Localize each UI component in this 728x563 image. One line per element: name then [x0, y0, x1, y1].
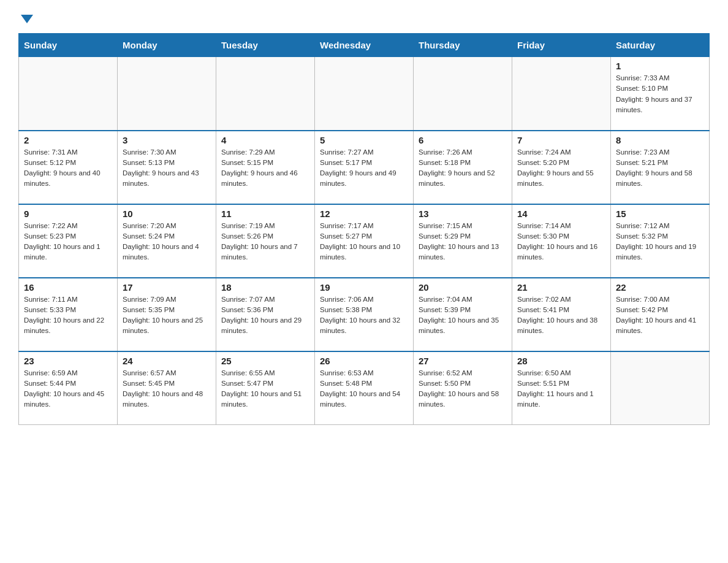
day-of-week-header: Sunday: [19, 34, 118, 57]
day-number: 18: [221, 282, 309, 293]
day-number: 9: [24, 209, 112, 219]
calendar-cell: 13Sunrise: 7:15 AM Sunset: 5:29 PM Dayli…: [414, 204, 512, 278]
day-number: 3: [123, 135, 211, 145]
calendar-table: SundayMondayTuesdayWednesdayThursdayFrid…: [18, 33, 710, 425]
day-of-week-header: Tuesday: [216, 34, 315, 57]
day-info: Sunrise: 6:50 AM Sunset: 5:51 PM Dayligh…: [517, 368, 605, 410]
day-number: 23: [24, 356, 112, 366]
calendar-week-row: 2Sunrise: 7:31 AM Sunset: 5:12 PM Daylig…: [19, 131, 710, 204]
day-info: Sunrise: 7:04 AM Sunset: 5:39 PM Dayligh…: [419, 294, 507, 337]
day-number: 28: [517, 356, 605, 366]
calendar-cell: 22Sunrise: 7:00 AM Sunset: 5:42 PM Dayli…: [611, 278, 710, 351]
day-info: Sunrise: 7:22 AM Sunset: 5:23 PM Dayligh…: [24, 221, 112, 263]
day-number: 4: [221, 135, 309, 145]
day-info: Sunrise: 7:19 AM Sunset: 5:26 PM Dayligh…: [221, 221, 309, 263]
day-number: 5: [320, 135, 408, 145]
day-info: Sunrise: 7:12 AM Sunset: 5:32 PM Dayligh…: [616, 221, 704, 263]
day-number: 19: [320, 282, 408, 293]
day-number: 8: [616, 135, 704, 145]
day-number: 12: [320, 209, 408, 219]
calendar-cell: [19, 57, 118, 131]
day-number: 17: [123, 282, 211, 293]
day-of-week-header: Monday: [118, 34, 216, 57]
calendar-week-row: 9Sunrise: 7:22 AM Sunset: 5:23 PM Daylig…: [19, 204, 710, 278]
calendar-cell: 21Sunrise: 7:02 AM Sunset: 5:41 PM Dayli…: [512, 278, 611, 351]
page-header: [18, 12, 710, 23]
calendar-cell: 9Sunrise: 7:22 AM Sunset: 5:23 PM Daylig…: [19, 204, 118, 278]
day-of-week-header: Friday: [512, 34, 611, 57]
day-of-week-header: Wednesday: [315, 34, 414, 57]
calendar-cell: 28Sunrise: 6:50 AM Sunset: 5:51 PM Dayli…: [512, 351, 611, 425]
day-info: Sunrise: 7:24 AM Sunset: 5:20 PM Dayligh…: [517, 147, 605, 190]
day-number: 26: [320, 356, 408, 366]
calendar-cell: [414, 57, 512, 131]
calendar-cell: 7Sunrise: 7:24 AM Sunset: 5:20 PM Daylig…: [512, 131, 611, 204]
logo-arrow-icon: [21, 15, 33, 23]
day-info: Sunrise: 7:11 AM Sunset: 5:33 PM Dayligh…: [24, 294, 112, 337]
calendar-cell: 20Sunrise: 7:04 AM Sunset: 5:39 PM Dayli…: [414, 278, 512, 351]
day-number: 14: [517, 209, 605, 219]
calendar-cell: 19Sunrise: 7:06 AM Sunset: 5:38 PM Dayli…: [315, 278, 414, 351]
calendar-cell: 25Sunrise: 6:55 AM Sunset: 5:47 PM Dayli…: [216, 351, 315, 425]
calendar-cell: 18Sunrise: 7:07 AM Sunset: 5:36 PM Dayli…: [216, 278, 315, 351]
calendar-week-row: 16Sunrise: 7:11 AM Sunset: 5:33 PM Dayli…: [19, 278, 710, 351]
calendar-cell: 24Sunrise: 6:57 AM Sunset: 5:45 PM Dayli…: [118, 351, 216, 425]
day-number: 15: [616, 209, 704, 219]
day-info: Sunrise: 7:09 AM Sunset: 5:35 PM Dayligh…: [123, 294, 211, 337]
calendar-cell: 23Sunrise: 6:59 AM Sunset: 5:44 PM Dayli…: [19, 351, 118, 425]
day-number: 25: [221, 356, 309, 366]
calendar-header-row: SundayMondayTuesdayWednesdayThursdayFrid…: [19, 34, 710, 57]
calendar-cell: 17Sunrise: 7:09 AM Sunset: 5:35 PM Dayli…: [118, 278, 216, 351]
day-info: Sunrise: 7:15 AM Sunset: 5:29 PM Dayligh…: [419, 221, 507, 263]
calendar-cell: 8Sunrise: 7:23 AM Sunset: 5:21 PM Daylig…: [611, 131, 710, 204]
day-info: Sunrise: 7:23 AM Sunset: 5:21 PM Dayligh…: [616, 147, 704, 190]
day-number: 7: [517, 135, 605, 145]
day-info: Sunrise: 7:06 AM Sunset: 5:38 PM Dayligh…: [320, 294, 408, 337]
day-number: 20: [419, 282, 507, 293]
day-number: 1: [616, 61, 704, 71]
day-info: Sunrise: 7:07 AM Sunset: 5:36 PM Dayligh…: [221, 294, 309, 337]
day-info: Sunrise: 6:55 AM Sunset: 5:47 PM Dayligh…: [221, 368, 309, 410]
day-of-week-header: Saturday: [611, 34, 710, 57]
calendar-cell: [611, 351, 710, 425]
calendar-cell: 15Sunrise: 7:12 AM Sunset: 5:32 PM Dayli…: [611, 204, 710, 278]
day-number: 10: [123, 209, 211, 219]
calendar-cell: [118, 57, 216, 131]
calendar-cell: 14Sunrise: 7:14 AM Sunset: 5:30 PM Dayli…: [512, 204, 611, 278]
calendar-cell: 4Sunrise: 7:29 AM Sunset: 5:15 PM Daylig…: [216, 131, 315, 204]
day-number: 24: [123, 356, 211, 366]
day-info: Sunrise: 7:26 AM Sunset: 5:18 PM Dayligh…: [419, 147, 507, 190]
calendar-cell: 1Sunrise: 7:33 AM Sunset: 5:10 PM Daylig…: [611, 57, 710, 131]
day-number: 2: [24, 135, 112, 145]
day-info: Sunrise: 6:52 AM Sunset: 5:50 PM Dayligh…: [419, 368, 507, 410]
day-info: Sunrise: 6:53 AM Sunset: 5:48 PM Dayligh…: [320, 368, 408, 410]
day-info: Sunrise: 7:17 AM Sunset: 5:27 PM Dayligh…: [320, 221, 408, 263]
calendar-cell: [315, 57, 414, 131]
day-info: Sunrise: 7:27 AM Sunset: 5:17 PM Dayligh…: [320, 147, 408, 190]
day-info: Sunrise: 7:14 AM Sunset: 5:30 PM Dayligh…: [517, 221, 605, 263]
calendar-cell: 2Sunrise: 7:31 AM Sunset: 5:12 PM Daylig…: [19, 131, 118, 204]
logo: [18, 12, 33, 23]
calendar-cell: 3Sunrise: 7:30 AM Sunset: 5:13 PM Daylig…: [118, 131, 216, 204]
day-info: Sunrise: 6:59 AM Sunset: 5:44 PM Dayligh…: [24, 368, 112, 410]
calendar-cell: 16Sunrise: 7:11 AM Sunset: 5:33 PM Dayli…: [19, 278, 118, 351]
calendar-cell: 6Sunrise: 7:26 AM Sunset: 5:18 PM Daylig…: [414, 131, 512, 204]
day-info: Sunrise: 7:33 AM Sunset: 5:10 PM Dayligh…: [616, 73, 704, 115]
day-number: 11: [221, 209, 309, 219]
day-number: 21: [517, 282, 605, 293]
day-info: Sunrise: 7:20 AM Sunset: 5:24 PM Dayligh…: [123, 221, 211, 263]
calendar-cell: 26Sunrise: 6:53 AM Sunset: 5:48 PM Dayli…: [315, 351, 414, 425]
day-of-week-header: Thursday: [414, 34, 512, 57]
day-info: Sunrise: 7:29 AM Sunset: 5:15 PM Dayligh…: [221, 147, 309, 190]
day-info: Sunrise: 7:00 AM Sunset: 5:42 PM Dayligh…: [616, 294, 704, 337]
day-info: Sunrise: 6:57 AM Sunset: 5:45 PM Dayligh…: [123, 368, 211, 410]
day-info: Sunrise: 7:30 AM Sunset: 5:13 PM Dayligh…: [123, 147, 211, 190]
calendar-cell: 10Sunrise: 7:20 AM Sunset: 5:24 PM Dayli…: [118, 204, 216, 278]
calendar-week-row: 1Sunrise: 7:33 AM Sunset: 5:10 PM Daylig…: [19, 57, 710, 131]
calendar-cell: 12Sunrise: 7:17 AM Sunset: 5:27 PM Dayli…: [315, 204, 414, 278]
day-number: 27: [419, 356, 507, 366]
calendar-cell: [512, 57, 611, 131]
calendar-cell: 11Sunrise: 7:19 AM Sunset: 5:26 PM Dayli…: [216, 204, 315, 278]
day-number: 16: [24, 282, 112, 293]
day-info: Sunrise: 7:31 AM Sunset: 5:12 PM Dayligh…: [24, 147, 112, 190]
